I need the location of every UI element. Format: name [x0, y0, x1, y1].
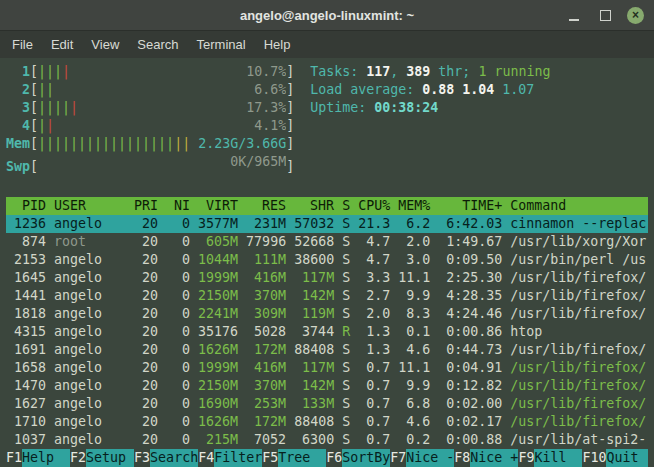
- cell-pid: 1470: [6, 377, 46, 395]
- fkey-setup[interactable]: F2Setup: [70, 449, 134, 467]
- cell-pri: 20: [134, 215, 158, 233]
- fkey-quit[interactable]: F10Quit: [582, 449, 648, 467]
- cell-pri: 20: [134, 341, 158, 359]
- fkey-number: F9: [518, 450, 534, 465]
- cell-res: 309M: [246, 305, 286, 323]
- cpu2-meter-label: 2: [6, 81, 30, 99]
- terminal-content[interactable]: 1[||||10.7%]2[||6.6%]3[|||||17.3%]4[||4.…: [0, 58, 654, 467]
- cell-cpu: 0.7: [358, 395, 390, 413]
- fkey-nice[interactable]: F8Nice +: [454, 449, 518, 467]
- column-header-shr[interactable]: SHR: [294, 197, 334, 215]
- column-header-cpu[interactable]: CPU%: [358, 197, 390, 215]
- process-row-1037[interactable]: 1037angelo200215M70526300S0.70.20:00.88/…: [6, 431, 648, 449]
- cell-pri: 20: [134, 413, 158, 431]
- process-row-2153[interactable]: 2153angelo2001044M111M38600S4.73.00:09.5…: [6, 251, 648, 269]
- cell-pid: 1441: [6, 287, 46, 305]
- process-row-1645[interactable]: 1645angelo2001999M416M117MS3.311.12:25.3…: [6, 269, 648, 287]
- cell-s: S: [342, 251, 350, 269]
- cell-ni: 0: [166, 377, 190, 395]
- mem-meter-label: Mem: [6, 135, 30, 153]
- cell-s: S: [342, 341, 350, 359]
- menu-file[interactable]: File: [4, 34, 41, 55]
- menubar: FileEditViewSearchTerminalHelp: [0, 31, 654, 58]
- cell-res: 172M: [246, 341, 286, 359]
- cell-time: 1:49.67: [438, 233, 502, 251]
- cell-res: 5028: [246, 323, 286, 341]
- menu-view[interactable]: View: [83, 34, 127, 55]
- menu-terminal[interactable]: Terminal: [189, 34, 254, 55]
- column-header-user[interactable]: USER: [54, 197, 126, 215]
- cell-s: S: [342, 377, 350, 395]
- fkey-kill[interactable]: F9Kill: [518, 449, 582, 467]
- column-header-res[interactable]: RES: [246, 197, 286, 215]
- minimize-button[interactable]: [565, 6, 583, 24]
- cell-pid: 2153: [6, 251, 46, 269]
- fkey-help[interactable]: F1Help: [6, 449, 70, 467]
- cell-s: S: [342, 215, 350, 233]
- fkey-number: F10: [582, 450, 606, 465]
- tasks-line: Tasks: 117, 389 thr; 1 running: [310, 63, 550, 81]
- menu-edit[interactable]: Edit: [43, 34, 81, 55]
- window-title: angelo@angelo-linuxmint: ~: [0, 8, 654, 23]
- cell-ni: 0: [166, 431, 190, 449]
- cell-pid: 1691: [6, 341, 46, 359]
- process-row-1710[interactable]: 1710angelo2001626M172M88408S0.74.60:02.1…: [6, 413, 648, 431]
- cell-mem: 8.3: [398, 305, 430, 323]
- cell-ni: 0: [166, 305, 190, 323]
- fkey-search[interactable]: F3Search: [134, 449, 198, 467]
- cell-cmd: /usr/lib/firefox/: [510, 377, 648, 395]
- column-header-cmd[interactable]: Command: [510, 197, 648, 215]
- fkey-nice[interactable]: F7Nice -: [390, 449, 454, 467]
- cell-time: 0:09.50: [438, 251, 502, 269]
- cell-user: angelo: [54, 341, 126, 359]
- column-header-mem[interactable]: MEM%: [398, 197, 430, 215]
- cell-s: S: [342, 287, 350, 305]
- cell-pri: 20: [134, 251, 158, 269]
- meters-column: 1[||||10.7%]2[||6.6%]3[|||||17.3%]4[||4.…: [6, 63, 294, 171]
- fkey-sortby[interactable]: F6SortBy: [326, 449, 390, 467]
- cell-pid: 1658: [6, 359, 46, 377]
- column-header-ni[interactable]: NI: [166, 197, 190, 215]
- cell-user: angelo: [54, 305, 126, 323]
- process-row-4315[interactable]: 4315angelo2003517650283744R1.30.10:00.86…: [6, 323, 648, 341]
- fkey-filter[interactable]: F4Filter: [198, 449, 262, 467]
- column-header-time[interactable]: TIME+: [438, 197, 502, 215]
- close-button[interactable]: ×: [627, 7, 644, 24]
- menu-search[interactable]: Search: [129, 34, 186, 55]
- cell-time: 2:25.30: [438, 269, 502, 287]
- cell-ni: 0: [166, 233, 190, 251]
- cell-mem: 11.1: [398, 269, 430, 287]
- process-row-1691[interactable]: 1691angelo2001626M172M88408S1.34.60:44.7…: [6, 341, 648, 359]
- cell-mem: 3.0: [398, 251, 430, 269]
- process-row-1627[interactable]: 1627angelo2001690M253M133MS0.76.80:02.00…: [6, 395, 648, 413]
- maximize-button[interactable]: [596, 6, 614, 24]
- column-header-s[interactable]: S: [342, 197, 350, 215]
- fkey-action-label: Nice -: [406, 449, 454, 467]
- process-row-1470[interactable]: 1470angelo2002150M370M142MS0.79.90:12.82…: [6, 377, 648, 395]
- process-row-1236[interactable]: 1236angelo2003577M231M57032S21.36.26:42.…: [6, 215, 648, 233]
- cell-s: S: [342, 413, 350, 431]
- process-row-874[interactable]: 874root200605M7799652668S4.72.01:49.67/u…: [6, 233, 648, 251]
- menu-help[interactable]: Help: [256, 34, 299, 55]
- cpu4-meter: 4[||4.1%]: [6, 117, 294, 135]
- cell-cpu: 21.3: [358, 215, 390, 233]
- cell-user: root: [54, 233, 126, 251]
- column-header-virt[interactable]: VIRT: [198, 197, 238, 215]
- fkey-action-label: Help: [22, 449, 70, 467]
- cell-cpu: 1.3: [358, 323, 390, 341]
- cell-res: 253M: [246, 395, 286, 413]
- fkey-tree[interactable]: F5Tree: [262, 449, 326, 467]
- cell-pid: 1627: [6, 395, 46, 413]
- cell-cmd: /usr/lib/at-spi2-: [510, 431, 648, 449]
- column-header-pid[interactable]: PID: [6, 197, 46, 215]
- cell-cmd: /usr/lib/firefox/: [510, 305, 648, 323]
- cell-cpu: 4.7: [358, 251, 390, 269]
- column-header-pri[interactable]: PRI: [134, 197, 158, 215]
- cell-cpu: 0.7: [358, 431, 390, 449]
- cell-pid: 1818: [6, 305, 46, 323]
- process-row-1658[interactable]: 1658angelo2001999M416M117MS0.711.10:04.9…: [6, 359, 648, 377]
- cell-pid: 1710: [6, 413, 46, 431]
- process-row-1441[interactable]: 1441angelo2002150M370M142MS2.79.94:28.35…: [6, 287, 648, 305]
- process-row-1818[interactable]: 1818angelo2002241M309M119MS2.08.34:24.46…: [6, 305, 648, 323]
- minimize-icon: [569, 19, 579, 21]
